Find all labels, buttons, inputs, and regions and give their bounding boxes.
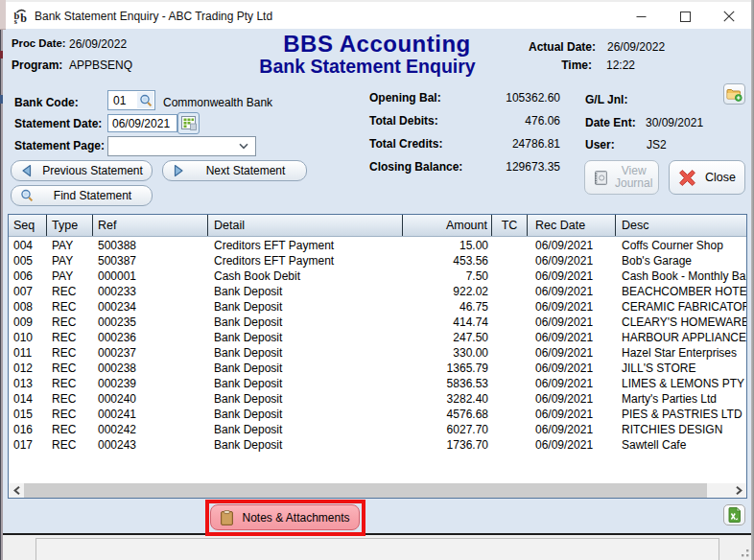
table-row[interactable]: 008 REC 000234 Bank Deposit 46.75 06/09/…	[9, 299, 746, 315]
table-row[interactable]: 014 REC 000240 Bank Deposit 3282.40 06/0…	[9, 391, 746, 407]
cell-detail: Bank Deposit	[208, 284, 403, 299]
cell-recdate: 06/09/2021	[528, 345, 616, 361]
column-header-ref[interactable]: Ref	[93, 215, 208, 236]
cell-amount: 1736.70	[403, 437, 492, 453]
calendar-button[interactable]	[177, 112, 200, 134]
table-row[interactable]: 009 REC 000235 Bank Deposit 414.74 06/09…	[9, 315, 746, 330]
column-header-recdate[interactable]: Rec Date	[528, 215, 616, 236]
table-row[interactable]: 015 REC 000241 Bank Deposit 4576.68 06/0…	[9, 407, 746, 422]
arrow-right-icon	[172, 164, 185, 177]
cell-ref: 000233	[93, 284, 208, 299]
find-statement-button[interactable]: Find Statement	[11, 185, 153, 206]
column-header-type[interactable]: Type	[47, 215, 93, 236]
column-header-tc[interactable]: TC	[492, 215, 528, 236]
cell-recdate: 06/09/2021	[528, 437, 616, 453]
total-credits-label: Total Credits:	[369, 137, 442, 151]
bank-name: Commonwealth Bank	[163, 96, 272, 109]
window-close-button[interactable]	[715, 6, 743, 27]
cell-type: PAY	[47, 253, 93, 268]
cell-tc	[492, 238, 528, 253]
proc-date-label: Proc Date:	[12, 37, 66, 49]
excel-icon	[727, 507, 742, 523]
cell-amount: 453.56	[403, 253, 492, 268]
time-label: Time:	[509, 58, 592, 72]
actual-date-value: 26/09/2022	[607, 40, 665, 54]
statement-date-input[interactable]: 06/09/2021	[107, 114, 177, 132]
bank-code-lookup-button[interactable]	[137, 92, 153, 108]
column-header-amount[interactable]: Amount	[403, 215, 492, 236]
previous-statement-button[interactable]: Previous Statement	[11, 160, 153, 181]
horizontal-scrollbar[interactable]	[9, 483, 746, 498]
cell-desc: JILL'S STORE	[616, 361, 746, 376]
cell-ref: 000001	[93, 268, 208, 284]
cell-desc: BEACHCOMBER HOTEL	[616, 284, 746, 299]
cell-type: REC	[47, 330, 93, 345]
cell-amount: 4576.68	[403, 407, 492, 422]
cell-detail: Bank Deposit	[208, 345, 403, 361]
cell-detail: Bank Deposit	[208, 315, 403, 330]
excel-export-button[interactable]	[723, 504, 745, 525]
table-row[interactable]: 013 REC 000239 Bank Deposit 5836.53 06/0…	[9, 376, 746, 391]
cell-seq: 007	[9, 284, 47, 299]
cell-recdate: 06/09/2021	[528, 238, 616, 253]
scroll-left-button[interactable]	[9, 483, 24, 498]
cell-tc	[492, 268, 528, 284]
user-value: JS2	[647, 138, 667, 152]
table-row[interactable]: 007 REC 000233 Bank Deposit 922.02 06/09…	[9, 284, 746, 299]
previous-statement-label: Previous Statement	[34, 164, 152, 177]
folder-add-icon	[726, 87, 742, 102]
cell-detail: Bank Deposit	[208, 361, 403, 376]
date-ent-label: Date Ent:	[585, 116, 636, 129]
gl-jnl-button[interactable]	[723, 83, 745, 105]
edge-speck	[0, 95, 3, 104]
actual-date-label: Actual Date:	[509, 40, 596, 54]
table-row[interactable]: 006 PAY 000001 Cash Book Debit 7.50 06/0…	[9, 268, 746, 284]
cell-seq: 016	[9, 422, 47, 437]
cell-amount: 15.00	[403, 238, 492, 253]
table-row[interactable]: 010 REC 000236 Bank Deposit 247.50 06/09…	[9, 330, 746, 345]
column-header-desc[interactable]: Desc	[616, 215, 746, 236]
cell-ref: 000235	[93, 315, 208, 330]
cell-tc	[492, 437, 528, 453]
statement-date-value: 06/09/2021	[112, 117, 170, 130]
maximize-button[interactable]	[671, 6, 699, 27]
cell-tc	[492, 253, 528, 268]
column-header-seq[interactable]: Seq	[9, 215, 47, 236]
cell-amount: 7.50	[403, 268, 492, 284]
next-statement-button[interactable]: Next Statement	[162, 160, 307, 181]
cell-type: REC	[47, 407, 93, 422]
cell-desc: CLEARY'S HOMEWARES	[616, 315, 746, 330]
cell-recdate: 06/09/2021	[528, 253, 616, 268]
status-panel	[35, 538, 719, 560]
cell-tc	[492, 422, 528, 437]
cell-recdate: 06/09/2021	[528, 361, 616, 376]
cell-ref: 000239	[93, 376, 208, 391]
cell-tc	[492, 330, 528, 345]
view-journal-button[interactable]: View Journal	[584, 160, 659, 195]
minimize-button[interactable]	[626, 6, 655, 27]
proc-date-value: 26/09/2022	[69, 37, 127, 51]
cell-type: REC	[47, 437, 93, 453]
bank-code-input[interactable]: 01	[107, 90, 155, 110]
cell-detail: Bank Deposit	[208, 376, 403, 391]
cell-desc: Coffs Courner Shop	[616, 238, 746, 253]
screen-corner-fragment	[0, 0, 6, 30]
cell-amount: 46.75	[403, 299, 492, 315]
date-ent-value: 30/09/2021	[646, 116, 703, 129]
statement-page-dropdown[interactable]	[107, 136, 256, 156]
table-row[interactable]: 016 REC 000242 Bank Deposit 6027.70 06/0…	[9, 422, 746, 437]
cell-desc: Hazel Star Enterprises	[616, 345, 746, 361]
table-row[interactable]: 012 REC 000238 Bank Deposit 1365.79 06/0…	[9, 361, 746, 376]
table-row[interactable]: 004 PAY 500388 Creditors EFT Payment 15.…	[9, 238, 746, 253]
column-header-detail[interactable]: Detail	[208, 215, 403, 236]
table-row[interactable]: 011 REC 000237 Bank Deposit 330.00 06/09…	[9, 345, 746, 361]
cell-desc: LIMES & LEMONS PTY LTD	[616, 376, 746, 391]
scroll-right-button[interactable]	[731, 483, 746, 498]
cell-desc: Sawtell Cafe	[616, 437, 746, 453]
cell-ref: 000237	[93, 345, 208, 361]
table-row[interactable]: 017 REC 000243 Bank Deposit 1736.70 06/0…	[9, 437, 746, 453]
table-row[interactable]: 005 PAY 500387 Creditors EFT Payment 453…	[9, 253, 746, 268]
close-button[interactable]: Close	[669, 160, 745, 195]
scrollbar-thumb[interactable]	[24, 483, 707, 498]
svg-text:b: b	[20, 12, 27, 25]
